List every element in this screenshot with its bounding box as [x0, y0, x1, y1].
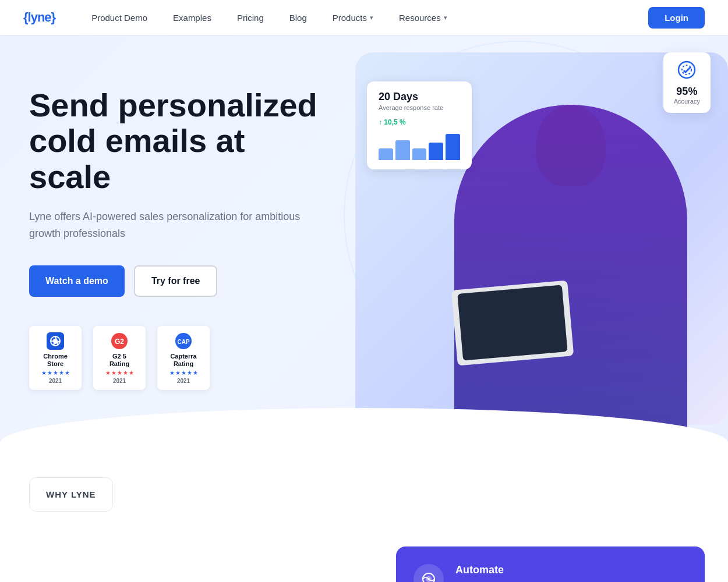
capterra-stars: ★★★★★ [165, 370, 202, 376]
stats-bars [379, 131, 460, 160]
chrome-store-badge: ChromeStore ★★★★★ 2021 [29, 326, 82, 390]
nav-pricing[interactable]: Pricing [224, 0, 277, 35]
logo[interactable]: {lyne} [23, 10, 55, 25]
bar-3 [412, 148, 427, 160]
hero-title: Send personalized cold emails at scale [29, 87, 332, 195]
automate-card: Automate Automate the tedious and time-c… [396, 546, 705, 582]
automate-title: Automate [455, 564, 687, 576]
chrome-year: 2021 [37, 378, 73, 384]
login-button[interactable]: Login [648, 7, 705, 29]
hero-section: Send personalized cold emails at scale L… [0, 35, 728, 442]
chrome-badge-name: ChromeStore [37, 353, 73, 368]
accuracy-value: 95% [674, 86, 700, 98]
nav-resources[interactable]: Resources ▾ [386, 0, 460, 35]
laptop-screen [457, 285, 567, 360]
chrome-icon [46, 332, 65, 350]
svg-text:G2: G2 [115, 338, 124, 346]
stats-card: 20 Days Average response rate ↑ 10,5 % [367, 81, 472, 169]
hero-subtitle: Lyne offers AI-powered sales personaliza… [29, 208, 309, 242]
g2-stars: ★★★★★ [101, 370, 137, 376]
g2-icon: G2 [110, 332, 129, 350]
why-lyne-badge: WHY LYNE [29, 477, 113, 512]
capterra-badge-name: CapterraRating [165, 353, 202, 368]
chrome-stars: ★★★★★ [37, 370, 73, 376]
capterra-year: 2021 [165, 378, 202, 384]
nav-product-demo[interactable]: Product Demo [79, 0, 160, 35]
badges-row: ChromeStore ★★★★★ 2021 G2 G2 5Rating ★★★… [29, 326, 332, 390]
watch-demo-button[interactable]: Watch a demo [29, 265, 125, 297]
g2-badge-name: G2 5Rating [101, 353, 137, 368]
hero-content: Send personalized cold emails at scale L… [0, 52, 361, 425]
nav-products[interactable]: Products ▾ [320, 0, 386, 35]
man-laptop [451, 281, 574, 366]
stats-subtitle: Average response rate [379, 104, 460, 111]
accuracy-icon [674, 61, 700, 83]
svg-text:CAP: CAP [177, 339, 189, 345]
automate-text: Automate Automate the tedious and time-c… [455, 564, 687, 582]
hero-buttons: Watch a demo Try for free [29, 265, 332, 297]
try-free-button[interactable]: Try for free [134, 265, 218, 297]
capterra-badge: CAP CapterraRating ★★★★★ 2021 [157, 326, 210, 390]
bar-4 [429, 143, 443, 160]
g2-badge: G2 G2 5Rating ★★★★★ 2021 [93, 326, 146, 390]
resources-chevron-icon: ▾ [444, 14, 447, 22]
g2-year: 2021 [101, 378, 137, 384]
accuracy-badge: 95% Accuracy [663, 52, 711, 113]
stats-title: 20 Days [379, 91, 460, 103]
man-body [454, 105, 687, 442]
stats-trend: ↑ 10,5 % [379, 118, 460, 126]
bar-1 [379, 148, 393, 160]
bar-2 [395, 140, 410, 160]
lower-section: WHY LYNE Automate Automate the tedious a… [0, 442, 728, 582]
capterra-icon: CAP [174, 332, 193, 350]
automate-icon [414, 564, 444, 582]
bar-5 [446, 134, 460, 160]
products-chevron-icon: ▾ [370, 14, 373, 22]
navbar: {lyne} Product Demo Examples Pricing Blo… [0, 0, 728, 35]
nav-links: Product Demo Examples Pricing Blog Produ… [79, 0, 460, 35]
nav-examples[interactable]: Examples [160, 0, 224, 35]
nav-blog[interactable]: Blog [277, 0, 320, 35]
hero-visual-area: 20 Days Average response rate ↑ 10,5 % 9… [332, 35, 728, 442]
accuracy-label: Accuracy [674, 98, 700, 105]
